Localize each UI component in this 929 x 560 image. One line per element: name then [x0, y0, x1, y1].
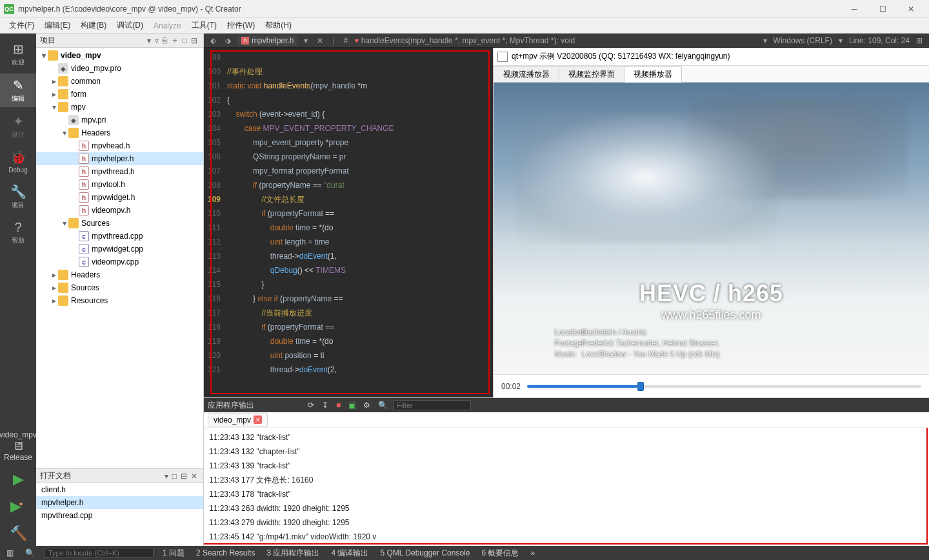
seek-slider[interactable] [527, 385, 921, 388]
symbol-breadcrumb[interactable]: ♥ handleEvents(mpv_handle *, mpv_event *… [354, 36, 575, 45]
mode-edit[interactable]: ✎ 编辑 [0, 74, 36, 107]
sb-qml-console[interactable]: 5 QML Debugger Console [377, 548, 472, 557]
stop-icon[interactable]: ■ [334, 401, 343, 410]
sb-issues[interactable]: 1 问题 [160, 548, 187, 559]
close-dock-icon[interactable]: ⊟ [189, 36, 199, 45]
encoding-label[interactable]: Windows (CRLF) [774, 36, 832, 45]
open-docs-list[interactable]: client.hmpvhelper.hmpvthread.cpp [36, 483, 203, 546]
app-tabs: 视频流播放器 视频监控界面 视频播放器 [494, 66, 929, 83]
open-doc-item[interactable]: client.h [36, 483, 203, 496]
menu-analyze[interactable]: Analyze [148, 21, 186, 30]
link-icon[interactable]: ⎘ [161, 36, 169, 45]
cursor-position[interactable]: Line: 109, Col: 24 [849, 36, 910, 45]
menu-tools[interactable]: 工具(T) [186, 20, 222, 31]
open-doc-item[interactable]: mpvhelper.h [36, 496, 203, 509]
tab-stream-player[interactable]: 视频流播放器 [494, 66, 559, 82]
tree-node[interactable]: ▾mpv [36, 101, 203, 114]
rerun-icon[interactable]: ⟳ [306, 401, 316, 410]
sb-summary[interactable]: 6 概要信息 [479, 548, 521, 559]
menu-edit[interactable]: 编辑(E) [39, 20, 75, 31]
code-area[interactable]: //事件处理static void handleEvents(mpv_handl… [227, 48, 493, 397]
mode-welcome[interactable]: ⊞ 欢迎 [0, 37, 36, 71]
seek-progress [527, 385, 637, 388]
tree-node[interactable]: ▸common [36, 75, 203, 88]
tree-node[interactable]: ▸hmpvhead.h [36, 139, 203, 152]
open-doc-item[interactable]: mpvthread.cpp [36, 509, 203, 522]
mode-debug[interactable]: 🐞 Debug [0, 146, 36, 177]
close-icon[interactable]: ✕ [189, 472, 199, 481]
tree-node[interactable]: ▸hmpvwidget.h [36, 191, 203, 204]
toggle-sidebar-icon[interactable]: ▥ [4, 548, 16, 557]
tree-node[interactable]: ▸hmpvhelper.h [36, 152, 203, 165]
tree-node[interactable]: ▸Resources [36, 294, 203, 307]
menu-file[interactable]: 文件(F) [4, 20, 39, 31]
tree-node[interactable]: ▸hvideompv.h [36, 204, 203, 217]
run-button[interactable]: ▶ [0, 467, 36, 492]
output-tab[interactable]: video_mpv ✕ [208, 414, 268, 426]
step-icon[interactable]: ↧ [320, 401, 330, 410]
attach-icon[interactable]: ▣ [346, 401, 357, 410]
sb-app-output[interactable]: 3 应用程序输出 [264, 548, 322, 559]
kit-selector[interactable]: video_mpv 🖥 Release [0, 428, 37, 465]
sb-search-results[interactable]: 2 Search Results [194, 548, 257, 557]
minimize-button[interactable]: ─ [840, 0, 868, 18]
output-filter-input[interactable] [394, 400, 471, 410]
menu-help[interactable]: 帮助(H) [260, 20, 297, 31]
dropdown-icon[interactable]: ▾ [145, 36, 153, 45]
gear-icon[interactable]: ⚙ [361, 401, 372, 410]
menu-build[interactable]: 构建(B) [75, 20, 112, 31]
build-button[interactable]: 🔨 [0, 521, 36, 546]
tree-node[interactable]: ▸Headers [36, 268, 203, 281]
split-editor-icon[interactable]: ⊞ [914, 36, 925, 45]
line-gutter[interactable]: 9910010110210310410510610710810911011111… [204, 48, 227, 397]
split-icon[interactable]: □ [181, 36, 189, 45]
tree-node[interactable]: ▸form [36, 88, 203, 101]
eol-dropdown-icon[interactable]: ▾ [836, 36, 845, 45]
chevron-icon[interactable]: » [528, 548, 537, 557]
tree-node[interactable]: ▸cmpvwidget.cpp [36, 243, 203, 255]
mode-help[interactable]: ? 帮助 [0, 216, 36, 249]
cloud-decoration [515, 112, 777, 243]
menu-debug[interactable]: 调试(D) [112, 20, 148, 31]
tree-node[interactable]: ▸◆video_mpv.pro [36, 62, 203, 75]
tab-monitor[interactable]: 视频监控界面 [559, 66, 624, 82]
add-icon[interactable]: ＋ [169, 35, 181, 46]
tree-node[interactable]: ▾Sources [36, 217, 203, 230]
mode-projects[interactable]: 🔧 项目 [0, 180, 36, 214]
close-button[interactable]: ✕ [897, 0, 925, 18]
tree-node[interactable]: ▸◆mpv.pri [36, 114, 203, 126]
split-icon[interactable]: □ [170, 472, 179, 481]
close-tab-icon[interactable]: ✕ [314, 36, 326, 45]
bookmark-icon[interactable]: # [341, 36, 351, 45]
nav-back-icon[interactable]: ⬖ [208, 36, 219, 45]
search-icon[interactable]: 🔍 [376, 401, 390, 410]
mode-design[interactable]: ✦ 设计 [0, 110, 36, 143]
sb-compile-output[interactable]: 4 编译输出 [328, 548, 371, 559]
encoding-dropdown-icon[interactable]: ▾ [761, 36, 770, 45]
output-body[interactable]: 11:23:43 132 "track-list"11:23:43 132 "c… [204, 428, 929, 546]
tree-node[interactable]: ▾Headers [36, 126, 203, 139]
search-icon[interactable]: 🔍 [23, 548, 37, 557]
locator-input[interactable] [44, 548, 154, 558]
filter-icon[interactable]: ▿ [153, 36, 161, 45]
editor-file-tab[interactable]: h mpvhelper.h [237, 35, 297, 46]
close-dock-icon[interactable]: ⊟ [179, 472, 189, 481]
seek-thumb[interactable] [637, 382, 644, 391]
menu-widgets[interactable]: 控件(W) [222, 20, 260, 31]
video-viewport[interactable]: HEVC / h265 www.h265files.com Location:D… [494, 83, 929, 374]
tree-node[interactable]: ▸hmpvtool.h [36, 178, 203, 191]
close-icon[interactable]: ✕ [254, 415, 262, 424]
tree-node[interactable]: ▸cvideompv.cpp [36, 255, 203, 268]
tree-node[interactable]: ▸hmpvthread.h [36, 165, 203, 178]
run-debug-button[interactable]: ▶● [0, 494, 36, 519]
project-tree[interactable]: ▾video_mpv▸◆video_mpv.pro▸common▸form▾mp… [36, 48, 203, 468]
code-editor[interactable]: 9910010110210310410510610710810911011111… [204, 48, 493, 397]
tree-node[interactable]: ▸cmpvthread.cpp [36, 230, 203, 243]
tree-node[interactable]: ▾video_mpv [36, 49, 203, 62]
file-dropdown-icon[interactable]: ▾ [301, 36, 310, 45]
tab-video-player[interactable]: 视频播放器 [624, 66, 682, 83]
maximize-button[interactable]: ☐ [868, 0, 897, 18]
nav-fwd-icon[interactable]: ⬗ [223, 36, 234, 45]
dropdown-icon[interactable]: ▾ [163, 472, 170, 481]
tree-node[interactable]: ▸Sources [36, 281, 203, 294]
